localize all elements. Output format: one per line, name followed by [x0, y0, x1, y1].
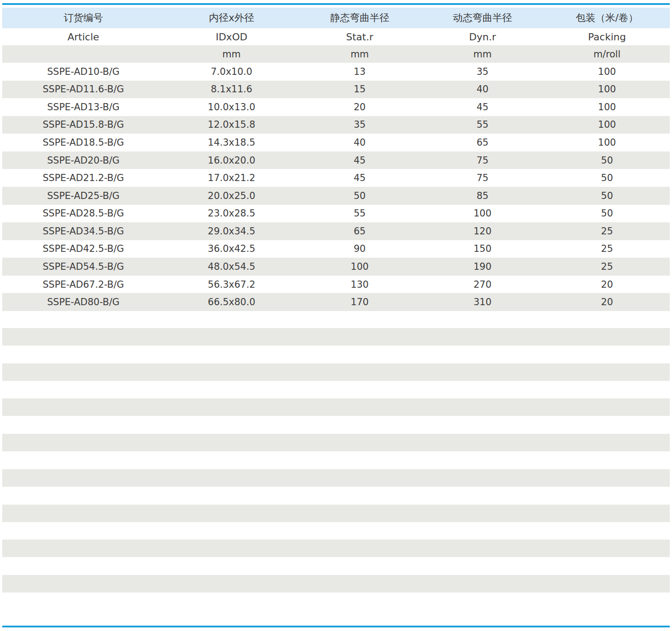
- table-cell-dyn_r: 85: [421, 190, 544, 201]
- table-cell-packing: 20: [544, 297, 670, 307]
- table-cell-dyn_r: 270: [421, 279, 544, 290]
- table-cell-stat_r: 35: [299, 119, 421, 130]
- spec-table: 订货编号 内径x外径 静态弯曲半径 动态弯曲半径 包装（米/卷） Article…: [2, 8, 670, 311]
- table-cell-dyn_r: 40: [421, 84, 544, 95]
- table-cell-packing: 100: [544, 84, 670, 95]
- table-cell-id_od: 20.0x25.0: [164, 190, 298, 201]
- table-cell-article: SSPE-AD18.5-B/G: [2, 137, 164, 148]
- column-header-statr-zh: 静态弯曲半径: [299, 11, 421, 25]
- table-cell-article: SSPE-AD10-B/G: [2, 66, 164, 77]
- table-cell-stat_r: 130: [299, 279, 421, 290]
- table-cell-article: SSPE-AD54.5-B/G: [2, 261, 164, 272]
- table-cell-dyn_r: 35: [421, 66, 544, 77]
- table-cell-stat_r: 20: [299, 102, 421, 112]
- table-cell-packing: 25: [544, 243, 670, 254]
- table-cell-stat_r: 50: [299, 190, 421, 201]
- table-row: SSPE-AD15.8-B/G12.0x15.83555100: [2, 116, 670, 134]
- top-accent-line: [2, 3, 670, 5]
- table-cell-packing: 100: [544, 119, 670, 130]
- table-cell-packing: 20: [544, 279, 670, 290]
- catalog-page: 订货编号 内径x外径 静态弯曲半径 动态弯曲半径 包装（米/卷） Article…: [0, 0, 672, 631]
- table-row: SSPE-AD42.5-B/G36.0x42.59015025: [2, 240, 670, 258]
- table-cell-packing: 50: [544, 190, 670, 201]
- table-row: SSPE-AD67.2-B/G56.3x67.213027020: [2, 276, 670, 294]
- column-unit-statr: mm: [299, 49, 421, 60]
- empty-row-stripe: [2, 363, 670, 381]
- table-row: SSPE-AD25-B/G20.0x25.0508550: [2, 187, 670, 205]
- table-cell-article: SSPE-AD80-B/G: [2, 297, 164, 307]
- table-cell-packing: 50: [544, 173, 670, 183]
- table-header-row-zh: 订货编号 内径x外径 静态弯曲半径 动态弯曲半径 包装（米/卷）: [2, 8, 670, 28]
- column-unit-dynr: mm: [421, 49, 544, 60]
- table-header-row-units: mm mm mm m/roll: [2, 45, 670, 63]
- empty-row-stripe: [2, 398, 670, 416]
- table-cell-id_od: 17.0x21.2: [164, 173, 298, 183]
- bottom-accent-line: [2, 626, 670, 627]
- column-header-idod-en: IDxOD: [164, 31, 298, 43]
- table-cell-stat_r: 45: [299, 173, 421, 183]
- table-header-row-en: Article IDxOD Stat.r Dyn.r Packing: [2, 28, 670, 45]
- table-cell-article: SSPE-AD11.6-B/G: [2, 84, 164, 95]
- table-row: SSPE-AD21.2-B/G17.0x21.2457550: [2, 169, 670, 187]
- table-cell-stat_r: 65: [299, 226, 421, 237]
- table-cell-id_od: 16.0x20.0: [164, 155, 298, 166]
- table-row: SSPE-AD10-B/G7.0x10.01335100: [2, 63, 670, 81]
- table-cell-packing: 50: [544, 208, 670, 219]
- column-header-article-zh: 订货编号: [2, 11, 164, 25]
- table-cell-stat_r: 40: [299, 137, 421, 148]
- empty-row-stripe: [2, 540, 670, 557]
- table-cell-stat_r: 55: [299, 208, 421, 219]
- table-cell-article: SSPE-AD42.5-B/G: [2, 243, 164, 254]
- table-cell-stat_r: 90: [299, 243, 421, 254]
- table-row: SSPE-AD54.5-B/G48.0x54.510019025: [2, 258, 670, 276]
- table-cell-packing: 100: [544, 66, 670, 77]
- column-header-statr-en: Stat.r: [299, 31, 421, 43]
- table-cell-dyn_r: 120: [421, 226, 544, 237]
- empty-row-stripe: [2, 469, 670, 487]
- table-cell-stat_r: 170: [299, 297, 421, 307]
- table-cell-stat_r: 45: [299, 155, 421, 166]
- table-cell-id_od: 10.0x13.0: [164, 102, 298, 112]
- table-cell-id_od: 12.0x15.8: [164, 119, 298, 130]
- empty-row-stripe: [2, 575, 670, 592]
- table-cell-article: SSPE-AD21.2-B/G: [2, 173, 164, 183]
- table-cell-dyn_r: 100: [421, 208, 544, 219]
- table-cell-dyn_r: 55: [421, 119, 544, 130]
- table-row: SSPE-AD34.5-B/G29.0x34.56512025: [2, 222, 670, 240]
- table-cell-id_od: 14.3x18.5: [164, 137, 298, 148]
- table-cell-article: SSPE-AD13-B/G: [2, 102, 164, 112]
- table-cell-article: SSPE-AD34.5-B/G: [2, 226, 164, 237]
- table-cell-packing: 25: [544, 261, 670, 272]
- table-row: SSPE-AD18.5-B/G14.3x18.54065100: [2, 134, 670, 151]
- column-unit-idod: mm: [164, 49, 298, 60]
- table-cell-dyn_r: 310: [421, 297, 544, 307]
- table-cell-id_od: 8.1x11.6: [164, 84, 298, 95]
- table-cell-id_od: 29.0x34.5: [164, 226, 298, 237]
- table-cell-packing: 100: [544, 137, 670, 148]
- column-header-article-en: Article: [2, 31, 164, 43]
- table-cell-id_od: 36.0x42.5: [164, 243, 298, 254]
- table-cell-id_od: 56.3x67.2: [164, 279, 298, 290]
- table-cell-article: SSPE-AD28.5-B/G: [2, 208, 164, 219]
- table-cell-stat_r: 13: [299, 66, 421, 77]
- table-cell-stat_r: 100: [299, 261, 421, 272]
- column-header-idod-zh: 内径x外径: [164, 11, 298, 25]
- table-cell-packing: 50: [544, 155, 670, 166]
- table-cell-dyn_r: 75: [421, 155, 544, 166]
- column-header-packing-zh: 包装（米/卷）: [544, 11, 670, 25]
- table-cell-id_od: 66.5x80.0: [164, 297, 298, 307]
- table-row: SSPE-AD28.5-B/G23.0x28.55510050: [2, 205, 670, 223]
- table-row: SSPE-AD13-B/G10.0x13.02045100: [2, 98, 670, 116]
- column-unit-packing: m/roll: [544, 49, 670, 60]
- table-row: SSPE-AD20-B/G16.0x20.0457550: [2, 151, 670, 169]
- column-header-packing-en: Packing: [544, 31, 670, 43]
- table-cell-article: SSPE-AD67.2-B/G: [2, 279, 164, 290]
- table-row: SSPE-AD80-B/G66.5x80.017031020: [2, 293, 670, 311]
- table-cell-article: SSPE-AD20-B/G: [2, 155, 164, 166]
- table-cell-dyn_r: 150: [421, 243, 544, 254]
- empty-row-stripe: [2, 505, 670, 522]
- table-cell-id_od: 23.0x28.5: [164, 208, 298, 219]
- table-cell-stat_r: 15: [299, 84, 421, 95]
- table-row: SSPE-AD11.6-B/G8.1x11.61540100: [2, 81, 670, 99]
- table-cell-article: SSPE-AD25-B/G: [2, 190, 164, 201]
